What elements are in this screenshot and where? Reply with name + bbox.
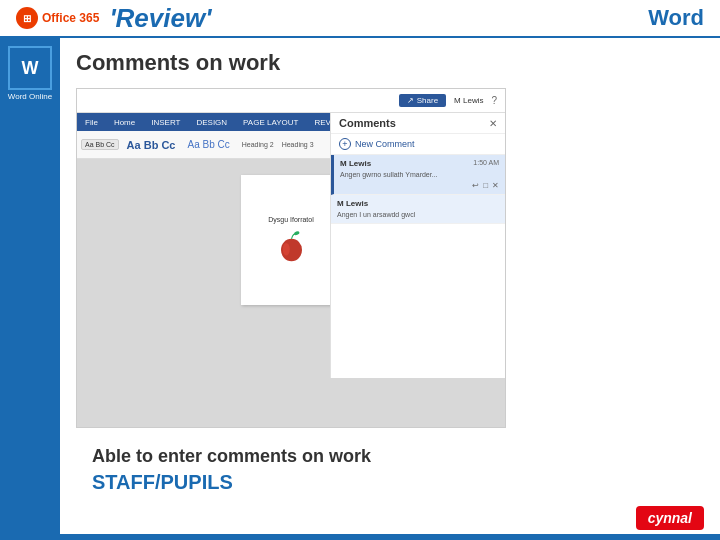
header-left: ⊞ Office 365 'Review' — [16, 3, 211, 34]
tab-design[interactable]: DESIGN — [192, 117, 231, 128]
word-screenshot: ↗ New Comment Share M Lewis ? File Home … — [76, 88, 506, 428]
share-icon: ↗ — [407, 96, 414, 105]
word-icon: W — [8, 46, 52, 90]
page-text: Dysgu Iforratol — [268, 216, 314, 223]
comment-actions-1: ↩ □ ✕ — [340, 181, 499, 190]
apple-image — [274, 229, 309, 264]
main-content: W Word Online Comments on work ↗ New Com… — [0, 38, 720, 540]
help-icon[interactable]: ? — [491, 95, 497, 106]
left-panel: W Word Online — [0, 38, 60, 540]
tab-insert[interactable]: INSERT — [147, 117, 184, 128]
word-badge: Word — [648, 5, 704, 31]
word-top-bar: ↗ New Comment Share M Lewis ? — [77, 89, 505, 113]
comment-item-2: M Lewis Angen I un arsawdd gwcl — [331, 195, 505, 224]
office-365-label: Office 365 — [42, 11, 99, 25]
comment-text-2: Angen I un arsawdd gwcl — [337, 210, 499, 219]
word-icon-label: Word Online — [8, 92, 52, 101]
comments-panel: Comments ✕ + New Comment M Lewis 1:50 AM… — [330, 159, 505, 378]
able-to-text: Able to enter comments on work — [92, 446, 688, 467]
document-page: Dysgu Iforratol — [241, 175, 341, 305]
header: ⊞ Office 365 'Review' Word — [0, 0, 720, 38]
delete-icon-1[interactable]: ✕ — [492, 181, 499, 190]
h2-label: Heading 2 — [242, 141, 274, 148]
comment-author-1: M Lewis — [340, 159, 371, 168]
comment-meta-1: M Lewis 1:50 AM — [340, 159, 499, 168]
user-name: M Lewis — [454, 96, 483, 105]
comment-meta-2: M Lewis — [337, 199, 499, 208]
staff-pupils-label: STAFF/PUPILS — [92, 471, 688, 494]
style-h3: Aa Bb Cc — [183, 137, 233, 152]
comment-time-1: 1:50 AM — [473, 159, 499, 168]
comment-text-1: Angen gwrno sullath Ymarder... — [340, 170, 499, 179]
office-logo: ⊞ Office 365 — [16, 7, 99, 29]
share-button[interactable]: ↗ New Comment Share — [399, 94, 446, 107]
svg-point-1 — [282, 243, 289, 256]
comments-heading: Comments on work — [76, 50, 704, 76]
comment-author-2: M Lewis — [337, 199, 368, 208]
reply-icon-1[interactable]: ↩ — [472, 181, 479, 190]
comment-item-1: M Lewis 1:50 AM Angen gwrno sullath Ymar… — [331, 159, 505, 195]
tab-file[interactable]: File — [81, 117, 102, 128]
svg-point-2 — [293, 231, 299, 236]
h3-label: Heading 3 — [282, 141, 314, 148]
blue-bottom-bar — [0, 534, 720, 540]
tab-pagelayout[interactable]: PAGE LAYOUT — [239, 117, 302, 128]
style-h2: Aa Bb Cc — [123, 137, 180, 153]
cynnal-logo: cynnal — [636, 506, 704, 530]
review-title: 'Review' — [109, 3, 211, 34]
office-icon: ⊞ — [16, 7, 38, 29]
bottom-section: Able to enter comments on work STAFF/PUP… — [76, 436, 704, 504]
center-panel: Comments on work ↗ New Comment Share M L… — [60, 38, 720, 540]
word-body: Dysgu Iforratol — [77, 159, 505, 427]
tab-home[interactable]: Home — [110, 117, 139, 128]
style-normal: Aa Bb Cc — [81, 139, 119, 150]
edit-icon-1[interactable]: □ — [483, 181, 488, 190]
